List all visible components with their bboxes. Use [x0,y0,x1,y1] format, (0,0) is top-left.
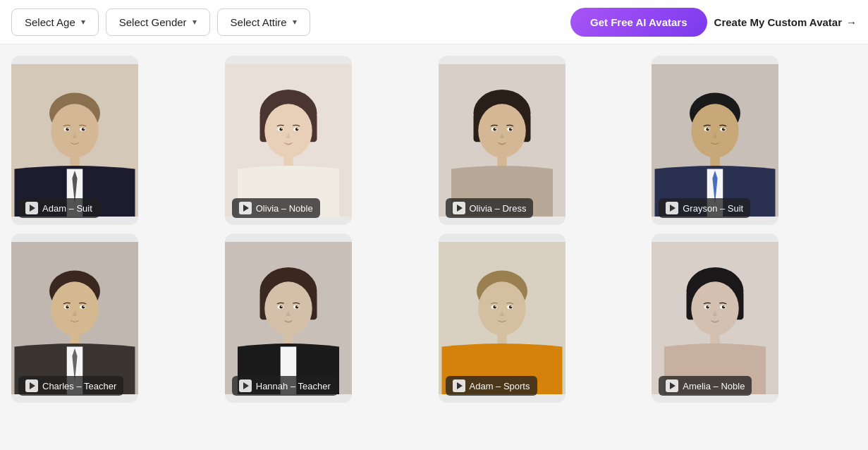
select-gender-dropdown[interactable]: Select Gender ▾ [106,8,210,36]
play-triangle-icon [30,382,35,389]
svg-point-69 [279,305,283,309]
avatar-label: Olivia – Noble [232,198,320,218]
avatar-name: Adam – Sports [470,381,530,391]
avatar-name: Hannah – Teacher [256,381,331,391]
get-free-avatars-button[interactable]: Get Free AI Avatars [570,8,707,37]
play-icon [25,379,38,392]
select-gender-label: Select Gender [119,16,187,28]
select-attire-label: Select Attire [231,16,287,28]
avatar-label: Amelia – Noble [659,376,752,396]
avatar-label: Charles – Teacher [18,376,123,396]
play-icon [666,379,678,392]
play-icon [239,379,252,392]
select-age-label: Select Age [25,16,75,28]
play-triangle-icon [670,205,676,212]
svg-point-92 [722,305,726,309]
play-triangle-icon [670,382,676,389]
play-icon [239,202,252,214]
avatar-label: Adam – Suit [18,198,99,218]
svg-point-29 [478,104,526,158]
svg-point-47 [723,128,725,129]
create-custom-avatar-label: Create My Custom Avatar [714,16,842,28]
avatar-name: Olivia – Dress [470,203,527,214]
avatar-card-charles-teacher[interactable]: Charles – Teacher [11,233,138,403]
avatar-card-olivia-dress[interactable]: Olivia – Dress [439,56,566,225]
svg-point-82 [511,305,512,307]
svg-point-5 [51,104,99,158]
toolbar: Select Age ▾ Select Gender ▾ Select Atti… [0,0,868,44]
avatar-card-grayson-suit[interactable]: Grayson – Suit [652,56,778,225]
svg-point-33 [508,128,512,131]
arrow-icon: → [846,16,857,28]
avatar-label: Hannah – Teacher [232,376,338,396]
svg-point-94 [723,305,725,307]
svg-point-88 [692,281,740,336]
avatar-name: Grayson – Suit [683,203,743,214]
play-icon [453,202,465,214]
svg-point-22 [281,128,282,129]
chevron-down-icon: ▾ [81,17,85,27]
svg-point-59 [83,305,85,307]
svg-point-17 [264,104,312,158]
get-free-avatars-label: Get Free AI Avatars [590,16,687,28]
svg-point-93 [708,305,709,307]
avatar-card-adam-sports[interactable]: Adam – Sports [439,233,566,403]
svg-point-8 [66,128,69,131]
play-icon [453,379,465,392]
avatar-card-olivia-noble[interactable]: Olivia – Noble [225,56,352,225]
avatar-grid: Adam – Suit Olivia – Noble [0,44,868,414]
play-triangle-icon [243,205,249,212]
select-age-dropdown[interactable]: Select Age ▾ [11,8,99,36]
play-icon [666,202,678,214]
svg-point-21 [295,128,299,131]
play-icon [25,202,38,214]
chevron-down-icon: ▾ [293,17,297,27]
play-triangle-icon [30,205,35,212]
svg-point-35 [511,128,512,129]
svg-point-11 [83,128,85,129]
svg-point-57 [82,305,85,309]
avatar-name: Adam – Suit [42,203,92,214]
svg-point-56 [66,305,69,309]
avatar-label: Grayson – Suit [659,198,750,218]
play-triangle-icon [243,382,249,389]
svg-point-80 [508,305,512,309]
avatar-label: Olivia – Dress [446,198,534,218]
svg-point-41 [692,104,740,158]
svg-point-23 [297,128,298,129]
chevron-down-icon: ▾ [192,17,197,27]
svg-point-45 [722,128,726,131]
svg-point-53 [51,281,99,336]
svg-point-81 [494,305,496,307]
svg-point-91 [707,305,710,309]
avatar-name: Olivia – Noble [256,203,313,214]
svg-point-10 [68,128,69,129]
svg-point-44 [707,128,710,131]
svg-point-46 [708,128,709,129]
svg-point-58 [68,305,69,307]
avatar-card-amelia-noble[interactable]: Amelia – Noble [652,233,778,403]
svg-point-66 [264,281,312,336]
avatar-name: Charles – Teacher [42,381,116,391]
play-triangle-icon [457,205,463,212]
svg-point-20 [279,128,283,131]
avatar-card-adam-suit[interactable]: Adam – Suit [11,56,138,225]
create-custom-avatar-link[interactable]: Create My Custom Avatar → [714,16,857,28]
svg-point-34 [494,128,496,129]
avatar-label: Adam – Sports [446,376,537,396]
svg-point-9 [82,128,85,131]
svg-point-70 [295,305,299,309]
select-attire-dropdown[interactable]: Select Attire ▾ [217,8,310,36]
svg-point-71 [281,305,282,307]
play-triangle-icon [457,382,463,389]
svg-point-79 [493,305,496,309]
svg-point-32 [493,128,496,131]
avatar-card-hannah-teacher[interactable]: Hannah – Teacher [225,233,352,403]
avatar-name: Amelia – Noble [683,381,745,391]
svg-point-72 [297,305,298,307]
svg-point-76 [478,281,526,336]
